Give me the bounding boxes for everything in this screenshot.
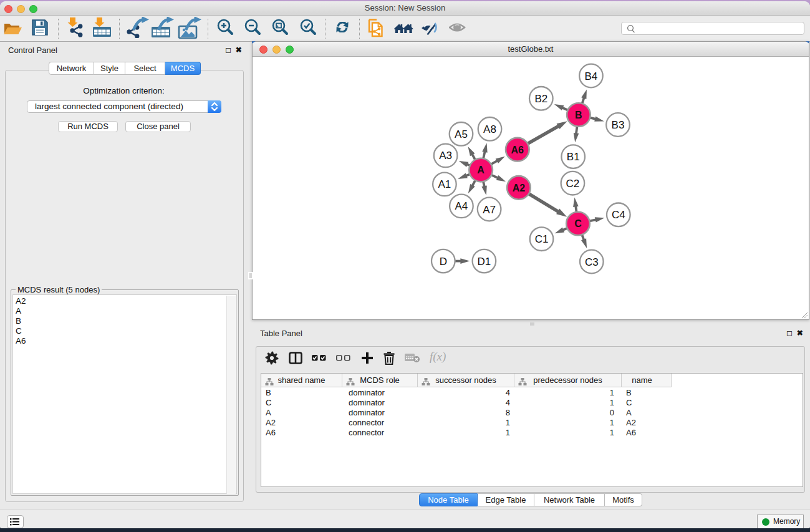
svg-text:C4: C4: [612, 209, 625, 221]
svg-text:A6: A6: [511, 145, 524, 155]
svg-text:D: D: [440, 256, 447, 268]
svg-text:A8: A8: [483, 123, 496, 135]
svg-text:A: A: [477, 165, 485, 175]
svg-text:A3: A3: [439, 150, 452, 162]
svg-text:A5: A5: [455, 128, 468, 140]
svg-text:C: C: [574, 218, 582, 229]
svg-text:B1: B1: [567, 151, 580, 163]
svg-text:B: B: [575, 110, 582, 120]
svg-text:B4: B4: [585, 70, 598, 82]
svg-text:D1: D1: [478, 256, 491, 268]
svg-text:B2: B2: [534, 93, 547, 105]
svg-text:A7: A7: [483, 204, 496, 216]
svg-text:A2: A2: [513, 183, 526, 193]
svg-text:f(x): f(x): [430, 351, 446, 364]
svg-text:A1: A1: [438, 178, 451, 190]
svg-text:C1: C1: [535, 233, 549, 245]
svg-text:C2: C2: [566, 178, 580, 190]
svg-text:C3: C3: [585, 256, 599, 268]
svg-text:A4: A4: [455, 200, 468, 212]
svg-text:B3: B3: [612, 119, 625, 131]
